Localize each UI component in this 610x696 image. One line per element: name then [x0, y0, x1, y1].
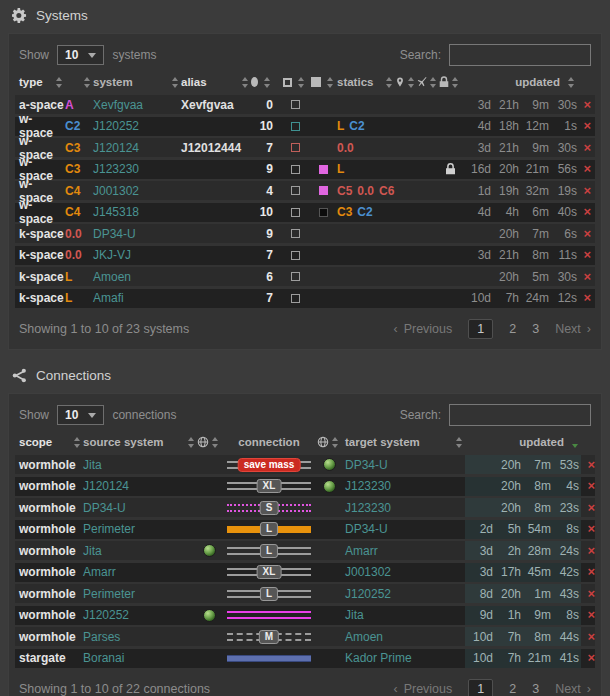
col-header-status-open[interactable]	[281, 77, 309, 88]
pagination-page-3[interactable]: 3	[532, 682, 539, 696]
sort-icon[interactable]	[212, 437, 219, 448]
systems-page-size-select[interactable]: 10	[57, 45, 104, 65]
target-system-link[interactable]: J123230	[341, 501, 465, 515]
pagination-next[interactable]: Next›	[555, 682, 591, 696]
sort-icon[interactable]	[452, 77, 459, 88]
sort-icon[interactable]	[298, 77, 305, 88]
col-header-source-space[interactable]	[197, 436, 221, 448]
delete-system-button[interactable]: ×	[583, 183, 591, 198]
target-system-link[interactable]: Amarr	[341, 544, 465, 558]
source-system-link[interactable]: DP34-U	[83, 501, 197, 515]
delete-system-button[interactable]: ×	[583, 97, 591, 112]
col-header-target-space[interactable]	[317, 436, 341, 448]
system-name-link[interactable]: J123230	[93, 162, 181, 176]
connection-bar[interactable]: L	[227, 544, 311, 558]
system-name-link[interactable]: Xevfgvaa	[93, 98, 181, 112]
col-header-system[interactable]: system	[93, 76, 181, 88]
target-system-link[interactable]: DP34-U	[341, 458, 465, 472]
connection-bar[interactable]	[227, 651, 311, 665]
source-system-link[interactable]: Amarr	[83, 565, 197, 579]
pagination-page-1[interactable]: 1	[468, 679, 493, 696]
pagination-page-1[interactable]: 1	[468, 319, 493, 339]
delete-connection-button[interactable]: ×	[587, 478, 595, 493]
col-header-status-filled[interactable]	[309, 77, 337, 88]
connections-search-input[interactable]	[449, 404, 591, 426]
col-header-statics[interactable]: statics	[337, 76, 395, 88]
delete-connection-button[interactable]: ×	[587, 457, 595, 472]
pagination-previous[interactable]: ‹Previous	[393, 322, 452, 336]
col-header-source[interactable]: source system	[83, 436, 197, 448]
target-system-link[interactable]: DP34-U	[341, 522, 465, 536]
sort-icon[interactable]	[172, 77, 179, 88]
target-system-link[interactable]: J120252	[341, 587, 465, 601]
delete-connection-button[interactable]: ×	[587, 564, 595, 579]
delete-connection-button[interactable]: ×	[587, 629, 595, 644]
pagination-page-3[interactable]: 3	[532, 322, 539, 336]
pagination-previous[interactable]: ‹Previous	[393, 682, 452, 696]
delete-system-button[interactable]: ×	[583, 247, 591, 262]
connection-bar[interactable]: M	[227, 630, 311, 644]
sort-icon[interactable]	[84, 77, 91, 88]
delete-system-button[interactable]: ×	[583, 269, 591, 284]
target-system-link[interactable]: J123230	[341, 479, 465, 493]
target-system-link[interactable]: Jita	[341, 608, 465, 622]
delete-connection-button[interactable]: ×	[587, 521, 595, 536]
col-header-location[interactable]	[395, 76, 417, 88]
sort-icon[interactable]	[386, 77, 393, 88]
sort-icon[interactable]	[264, 77, 271, 88]
source-system-link[interactable]: J120252	[83, 608, 197, 622]
systems-search-input[interactable]	[449, 44, 591, 66]
sort-icon[interactable]	[188, 437, 195, 448]
col-header-target[interactable]: target system	[341, 436, 465, 448]
delete-system-button[interactable]: ×	[583, 118, 591, 133]
col-header-updated[interactable]: updated	[465, 436, 581, 448]
source-system-link[interactable]: Jita	[83, 458, 197, 472]
connection-bar[interactable]	[227, 608, 311, 622]
col-header-locked[interactable]	[439, 76, 461, 88]
col-header-scope[interactable]: scope	[19, 436, 83, 448]
sort-icon[interactable]	[408, 77, 415, 88]
col-header-security[interactable]	[65, 77, 93, 88]
sort-icon[interactable]	[74, 437, 81, 448]
system-name-link[interactable]: J145318	[93, 205, 181, 219]
source-system-link[interactable]: Perimeter	[83, 522, 197, 536]
connections-page-size-select[interactable]: 10	[57, 405, 104, 425]
sort-icon[interactable]	[332, 437, 339, 448]
delete-system-button[interactable]: ×	[583, 140, 591, 155]
source-system-link[interactable]: Jita	[83, 544, 197, 558]
target-system-link[interactable]: Amoen	[341, 630, 465, 644]
delete-connection-button[interactable]: ×	[587, 650, 595, 665]
delete-connection-button[interactable]: ×	[587, 543, 595, 558]
pagination-page-2[interactable]: 2	[509, 682, 516, 696]
col-header-ship[interactable]	[417, 76, 439, 88]
system-name-link[interactable]: J120252	[93, 119, 181, 133]
system-name-link[interactable]: DP34-U	[93, 227, 181, 241]
system-name-link[interactable]: Amafi	[93, 291, 181, 305]
connection-bar[interactable]: S	[227, 501, 311, 515]
pagination-next[interactable]: Next›	[555, 322, 591, 336]
col-header-pilots[interactable]	[251, 77, 281, 88]
col-header-updated[interactable]: updated	[461, 76, 577, 88]
connection-bar[interactable]: L	[227, 522, 311, 536]
source-system-link[interactable]: Boranai	[83, 651, 197, 665]
connection-bar[interactable]: L	[227, 587, 311, 601]
sort-icon[interactable]	[242, 77, 249, 88]
delete-system-button[interactable]: ×	[583, 226, 591, 241]
connection-bar[interactable]: save mass	[227, 458, 311, 472]
system-name-link[interactable]: J120124	[93, 141, 181, 155]
source-system-link[interactable]: Parses	[83, 630, 197, 644]
source-system-link[interactable]: J120124	[83, 479, 197, 493]
sort-icon[interactable]	[430, 77, 437, 88]
delete-connection-button[interactable]: ×	[587, 586, 595, 601]
pagination-page-2[interactable]: 2	[509, 322, 516, 336]
col-header-type[interactable]: type	[19, 76, 65, 88]
sort-icon[interactable]	[568, 77, 575, 88]
delete-connection-button[interactable]: ×	[587, 607, 595, 622]
delete-system-button[interactable]: ×	[583, 161, 591, 176]
target-system-link[interactable]: Kador Prime	[341, 651, 465, 665]
delete-system-button[interactable]: ×	[583, 290, 591, 305]
sort-icon[interactable]	[456, 437, 463, 448]
system-name-link[interactable]: J001302	[93, 184, 181, 198]
source-system-link[interactable]: Perimeter	[83, 587, 197, 601]
sort-icon[interactable]	[327, 77, 334, 88]
